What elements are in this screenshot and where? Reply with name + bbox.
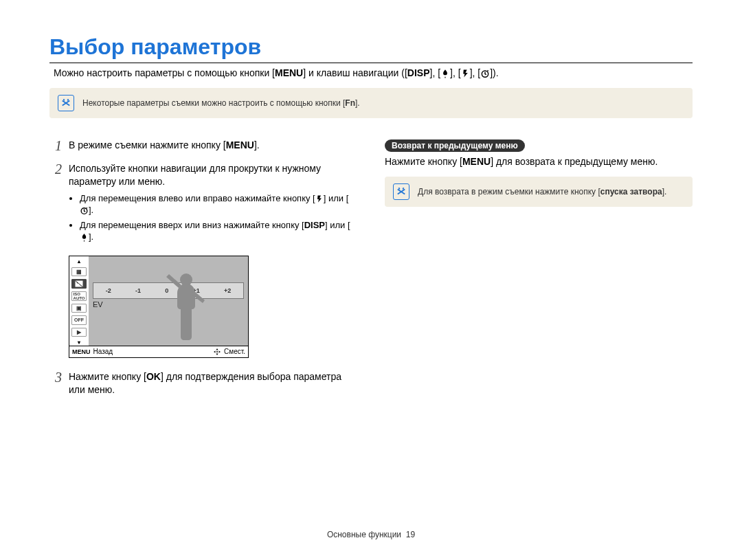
page-footer: Основные функции 19: [0, 530, 742, 539]
right-note: Для возврата в режим съемки нажмите кноп…: [385, 177, 693, 207]
top-note: Некоторые параметры съемки можно настрои…: [49, 88, 693, 118]
title-rule: [49, 63, 693, 63]
person-silhouette: [162, 270, 210, 346]
ev-label: EV: [93, 300, 103, 309]
macro-icon: [440, 69, 450, 78]
camera-screenshot: ▴ ▦ +- ISO AUTO ▣ OFF ▶ ▾ -2: [69, 256, 249, 358]
flash-icon: [461, 69, 470, 78]
page-title: Выбор параметров: [49, 34, 693, 60]
nav-cross-icon: [213, 348, 221, 356]
timer-icon: [80, 206, 89, 215]
timer-icon: [480, 69, 490, 78]
screenshot-bottom-bar: MENU Назад Смест.: [69, 346, 248, 357]
note-icon: [393, 183, 409, 200]
right-column: Возврат к предыдущему меню Нажмите кнопк…: [385, 139, 693, 406]
macro-icon: [80, 233, 89, 242]
return-text: Нажмите кнопку [MENU] для возврата к пре…: [385, 156, 693, 167]
intro-text: Можно настроить параметры с помощью кноп…: [54, 67, 693, 78]
return-badge: Возврат к предыдущему меню: [385, 139, 525, 152]
step-1: 1 В режиме съемки нажмите кнопку [MENU].: [49, 139, 357, 153]
step-3: 3 Нажмите кнопку [OK] для подтверждения …: [49, 370, 357, 396]
svg-text:+: +: [77, 281, 79, 284]
flash-icon: [315, 194, 324, 203]
step-2: 2 Используйте кнопки навигации для прокр…: [49, 162, 357, 246]
ev-icon: +-: [71, 279, 87, 288]
svg-point-6: [216, 351, 218, 352]
screenshot-sidebar: ▴ ▦ +- ISO AUTO ▣ OFF ▶ ▾: [69, 256, 89, 346]
note-icon: [58, 95, 74, 111]
left-column: 1 В режиме съемки нажмите кнопку [MENU].…: [49, 139, 357, 406]
